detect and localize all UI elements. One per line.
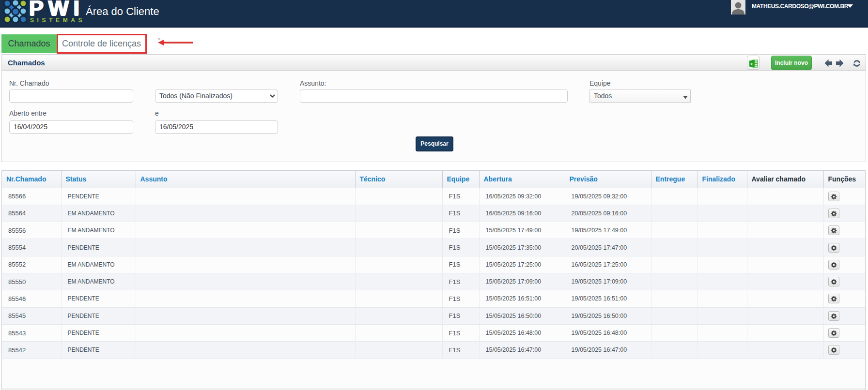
svg-text:x: x [750,61,753,66]
